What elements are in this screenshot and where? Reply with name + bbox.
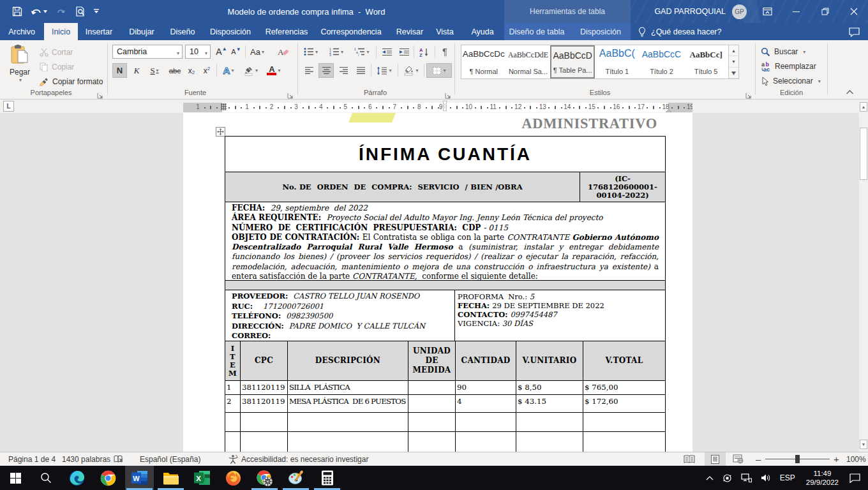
clipboard-dialog-launcher[interactable]	[97, 90, 105, 98]
superscript-button[interactable]: x2	[200, 63, 214, 78]
find-button[interactable]: Buscar▾	[761, 45, 805, 58]
align-right-button[interactable]	[336, 63, 351, 78]
clear-formatting-button[interactable]: A	[276, 45, 291, 59]
font-dialog-launcher[interactable]	[287, 90, 295, 98]
document-area[interactable]: ADMINISTRATIVO ÍNFIMA CUANTÍA No. DE ORD…	[0, 113, 859, 452]
tab-ayuda[interactable]: Ayuda	[465, 23, 500, 40]
order-code-cell[interactable]: (IC- 1768120600001- 00104-2022)	[580, 172, 665, 202]
purchase-order-table[interactable]: ÍNFIMA CUANTÍA No. DE ORDEN DE COMPRA: S…	[225, 136, 666, 452]
taskbar-chrome-button[interactable]	[94, 466, 123, 490]
tray-expand-icon[interactable]	[706, 475, 714, 480]
account-info[interactable]: GAD PARROQUIAL GP	[654, 0, 747, 23]
minimize-button[interactable]	[782, 0, 811, 23]
tab-disposicion-tabla[interactable]: Disposición	[570, 23, 631, 40]
contract-info-cell[interactable]: FECHA: 29, septiembre del 2022ÁREA REQUI…	[225, 202, 666, 281]
styles-scroll-down[interactable]: ▼	[729, 56, 738, 67]
comments-button[interactable]	[845, 25, 863, 39]
subscript-button[interactable]: x2	[184, 63, 198, 78]
avatar[interactable]: GP	[732, 4, 747, 19]
page-indicator[interactable]: Página 1 de 4	[8, 452, 56, 466]
start-button[interactable]	[1, 466, 30, 490]
highlight-button[interactable]: ▾	[241, 63, 261, 78]
proofing-icon[interactable]	[114, 452, 124, 466]
style-table-paragraph[interactable]: AaBbCcD ¶ Table Pa...	[550, 45, 595, 78]
tab-correspondencia[interactable]: Correspondencia	[318, 23, 384, 40]
decrease-indent-button[interactable]	[379, 45, 394, 59]
accessibility-icon[interactable]	[228, 452, 238, 466]
tab-insertar[interactable]: Insertar	[81, 23, 117, 40]
close-button[interactable]	[839, 0, 868, 23]
taskbar-excel-button[interactable]: X	[188, 466, 216, 490]
tab-inicio[interactable]: Inicio	[44, 23, 78, 40]
tab-archivo[interactable]: Archivo	[4, 23, 40, 40]
shrink-font-button[interactable]: A▼	[229, 45, 243, 59]
tab-dibujar[interactable]: Dibujar	[124, 23, 160, 40]
taskbar-firefox-button[interactable]	[219, 466, 248, 490]
font-size-combobox[interactable]: 10 ▾	[185, 45, 211, 59]
separator-row[interactable]	[225, 281, 666, 290]
zoom-in-button[interactable]: +	[834, 452, 839, 466]
restore-button[interactable]	[811, 0, 839, 23]
tell-me-search[interactable]: ¿Qué desea hacer?	[638, 23, 722, 40]
tray-sync-icon[interactable]	[722, 473, 732, 483]
font-family-combobox[interactable]: Cambria ▾	[112, 45, 183, 59]
tab-revisar[interactable]: Revisar	[392, 23, 428, 40]
qat-customize-button[interactable]	[89, 2, 103, 21]
format-painter-button[interactable]: Copiar formato	[40, 75, 103, 89]
style-titulo-5[interactable]: AaBbCc] Título 5	[684, 45, 728, 78]
item-row-4[interactable]	[225, 432, 666, 452]
paste-button[interactable]: Pegar ▾	[5, 43, 34, 87]
align-left-button[interactable]	[301, 63, 317, 78]
word-count[interactable]: 1430 palabras	[62, 452, 110, 466]
horizontal-ruler[interactable]: 112345678910111213141516171819	[183, 103, 692, 112]
style-titulo-2[interactable]: AaBbCcC Título 2	[640, 45, 684, 78]
zoom-out-button[interactable]: –	[756, 452, 761, 466]
tab-diseno-de-tabla[interactable]: Diseño de tabla	[506, 23, 567, 40]
tray-language[interactable]: ESP	[780, 473, 795, 482]
taskbar-explorer-button[interactable]	[156, 466, 185, 490]
tab-referencias[interactable]: Referencias	[265, 23, 308, 40]
styles-dialog-launcher[interactable]	[745, 90, 753, 98]
vertical-scrollbar[interactable]: ▲ ▼	[859, 100, 868, 452]
items-header-vunitario[interactable]: V.UNITARIO	[516, 341, 583, 381]
style-normal-sa[interactable]: AaBbCcDdE Normal Sa...	[506, 45, 551, 78]
print-layout-button[interactable]	[705, 452, 726, 466]
proforma-cell[interactable]: PROFORMA Nro.: 5FECHA: 29 DE SEPTIEMBRE …	[455, 290, 665, 341]
table-title-cell[interactable]: ÍNFIMA CUANTÍA	[225, 136, 666, 172]
taskbar-calculator-button[interactable]	[313, 466, 341, 490]
copy-button[interactable]: Copiar	[40, 60, 74, 74]
font-color-button[interactable]: A▾	[264, 63, 284, 78]
grow-font-button[interactable]: A▲	[214, 45, 228, 59]
item-row-2[interactable]: 2 381120119 MESA PLÁSTICA DE 6 PUESTOS 4…	[225, 395, 666, 413]
order-number-row[interactable]: No. DE ORDEN DE COMPRA: SERVICIO / BIEN …	[225, 172, 666, 202]
tab-disposicion[interactable]: Disposición	[209, 23, 252, 40]
collapse-ribbon-button[interactable]	[846, 89, 854, 96]
taskbar-edge-button[interactable]	[63, 466, 91, 490]
tray-volume-icon[interactable]	[761, 473, 771, 482]
scroll-down-button[interactable]: ▼	[860, 440, 867, 449]
redo-button[interactable]	[51, 2, 70, 21]
increase-indent-button[interactable]	[396, 45, 412, 59]
print-preview-button[interactable]	[70, 2, 89, 21]
style-titulo-1[interactable]: AaBbC( Título 1	[595, 45, 640, 78]
show-paragraph-marks-button[interactable]: ¶	[437, 45, 453, 59]
items-header-item[interactable]: ITEM	[225, 341, 241, 381]
line-spacing-button[interactable]: ▾	[373, 63, 395, 78]
table-move-handle[interactable]	[216, 127, 225, 137]
notification-center-icon[interactable]	[849, 473, 860, 483]
items-header-cpc[interactable]: CPC	[241, 341, 288, 381]
style-normal[interactable]: AaBbCcDc ¶ Normal	[461, 45, 506, 78]
align-center-button[interactable]	[318, 63, 334, 78]
taskbar-search-button[interactable]	[31, 466, 60, 490]
text-effects-button[interactable]: A▾	[219, 63, 238, 78]
ribbon-display-options-button[interactable]	[753, 0, 782, 23]
tab-diseno[interactable]: Diseño	[165, 23, 200, 40]
zoom-slider-thumb[interactable]	[795, 455, 800, 463]
replace-button[interactable]: abac Reemplazar	[761, 60, 816, 73]
underline-button[interactable]: S▾	[145, 63, 164, 78]
items-header-unidad[interactable]: UNIDADDEMEDIDA	[408, 341, 456, 381]
items-header-vtotal[interactable]: V.TOTAL	[583, 341, 666, 381]
item-row-3[interactable]	[225, 413, 666, 432]
shading-button[interactable]: ▾	[400, 63, 422, 78]
read-mode-button[interactable]	[684, 452, 695, 466]
